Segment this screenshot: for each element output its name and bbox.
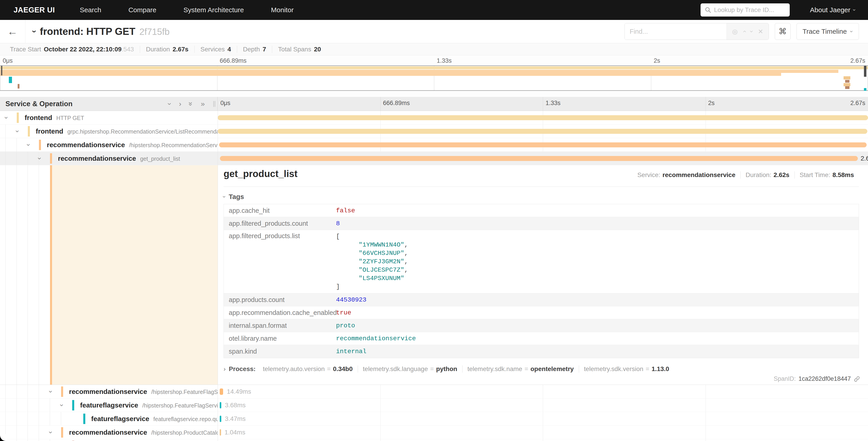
indent-guide — [5, 152, 6, 165]
span-row[interactable]: ›recommendationservice/hipstershop.Featu… — [0, 385, 868, 399]
expand-all-icon[interactable]: » — [201, 99, 205, 108]
clear-find-icon[interactable]: ✕ — [758, 28, 763, 35]
summary-value: 20 — [314, 46, 321, 53]
find-input[interactable] — [625, 23, 726, 40]
summary-label: Depth — [243, 46, 260, 53]
json-string: "LS4PSXUNUM" — [359, 275, 404, 282]
trace-title: frontend: HTTP GET2f715fb — [40, 26, 170, 37]
expand-one-icon[interactable]: › — [179, 99, 182, 108]
span-row[interactable]: ›recommendationservice/hipstershop.Recom… — [0, 138, 868, 152]
span-timeline-cell[interactable]: 3.47ms — [218, 412, 868, 425]
nav-item-monitor[interactable]: Monitor — [271, 6, 294, 14]
gridline — [543, 97, 543, 111]
expand-chevron-icon[interactable]: › — [58, 404, 66, 406]
window-corner — [0, 434, 7, 441]
indent-guide — [17, 412, 17, 425]
equals-sign: = — [646, 365, 649, 373]
indent-guide — [39, 425, 39, 439]
trace-view-label: Trace Timeline — [803, 28, 847, 35]
span-row[interactable] — [0, 439, 868, 441]
previous-match-icon[interactable]: › — [741, 30, 747, 32]
tick-label: 2.67s — [850, 99, 865, 107]
header-controls: ◎ › › ✕ ⌘ Trace Timeline › — [624, 23, 859, 40]
minimap-span-bar — [781, 70, 838, 73]
indent-guide — [5, 165, 6, 385]
collapse-one-icon[interactable]: › — [166, 102, 174, 105]
keyboard-shortcuts-button[interactable]: ⌘ — [775, 23, 790, 40]
indent-guide — [39, 412, 39, 425]
span-timeline-cell[interactable]: 14.49ms — [218, 385, 868, 398]
detail-stat-value: 8.58ms — [833, 171, 854, 178]
span-timeline-cell[interactable] — [218, 138, 868, 151]
tags-table: app.cache_hitfalseapp.filtered_products.… — [223, 204, 859, 358]
span-timeline-cell[interactable] — [218, 124, 868, 138]
trace-id-search[interactable] — [701, 3, 790, 17]
column-resize-grip[interactable] — [213, 101, 215, 107]
tag-value: false — [336, 207, 355, 214]
json-comma: , — [404, 266, 408, 273]
nav-item-system-architecture[interactable]: System Architecture — [184, 6, 244, 14]
span-duration-tick — [220, 402, 221, 408]
summary-item: Duration2.67s — [140, 46, 194, 53]
span-rows-region: ›frontendHTTP GET›frontendgrpc.hipstersh… — [0, 111, 868, 441]
span-duration-label: 3.47ms — [225, 415, 246, 422]
span-timeline-cell[interactable] — [218, 439, 868, 441]
tags-accordion-header[interactable]: › Tags — [223, 193, 859, 201]
span-row[interactable]: ›featureflagservice/hipstershop.FeatureF… — [0, 399, 868, 412]
tick-label: 0μs — [3, 57, 13, 64]
span-duration-bar — [218, 129, 867, 134]
span-id-row: SpanID: 1ca2262df0e18447 — [774, 375, 860, 382]
span-timeline-cell[interactable]: 1.04ms — [218, 425, 868, 439]
expand-chevron-icon[interactable]: › — [14, 130, 22, 133]
process-accordion-header[interactable]: › Process: telemetry.auto.version=0.34b0… — [223, 364, 859, 374]
tag-key: otel.library.name — [224, 335, 336, 342]
expand-chevron-icon[interactable]: › — [47, 431, 55, 434]
detail-row-tint — [52, 165, 218, 385]
next-match-icon[interactable]: › — [748, 30, 755, 32]
span-timeline-cell[interactable]: 2.62s — [218, 152, 868, 165]
expand-chevron-icon[interactable]: › — [36, 157, 44, 159]
nav-item-compare[interactable]: Compare — [128, 6, 156, 14]
back-button[interactable]: ← — [0, 20, 25, 43]
summary-label: Services — [200, 46, 225, 53]
span-duration-tick — [220, 416, 221, 422]
span-row[interactable]: ›recommendationservice/hipstershop.Produ… — [0, 425, 868, 439]
json-list-item: "2ZYFJ3GM2N", — [336, 257, 408, 266]
span-timeline-cell[interactable]: 3.68ms — [218, 399, 868, 412]
json-comma: , — [404, 250, 408, 257]
expand-chevron-icon[interactable]: › — [25, 144, 33, 146]
service-name: featureflagservice — [80, 401, 138, 409]
about-jaeger-menu[interactable]: About Jaeger › — [810, 6, 855, 14]
expand-collapse-controls: › › » » — [169, 99, 205, 108]
focus-match-icon[interactable]: ◎ — [732, 28, 738, 35]
trace-view-selector[interactable]: Trace Timeline › — [797, 23, 859, 40]
range-handle-left[interactable] — [1, 66, 2, 76]
trace-id-input[interactable] — [714, 6, 786, 13]
span-row[interactable]: featureflagservicefeatureflagservice.rep… — [0, 412, 868, 425]
tick-label: 1.33s — [546, 99, 560, 107]
expand-chevron-icon[interactable]: › — [47, 390, 55, 393]
span-name-cell: ›frontendHTTP GET — [0, 111, 218, 124]
span-row[interactable]: ›frontendHTTP GET — [0, 111, 868, 124]
deep-link-icon[interactable] — [854, 376, 860, 382]
indent-guide — [28, 412, 28, 425]
span-duration-label: 1.04ms — [224, 429, 245, 436]
gridline — [380, 97, 381, 111]
range-handle-right[interactable] — [864, 66, 866, 77]
span-detail-body: get_product_list Service:recommendations… — [218, 165, 868, 385]
app-brand[interactable]: JAEGER UI — [13, 6, 55, 14]
span-timeline-cell[interactable] — [218, 111, 868, 124]
span-row[interactable]: ›recommendationserviceget_product_list2.… — [0, 152, 868, 165]
service-color-bar — [61, 427, 63, 438]
collapse-all-icon[interactable]: » — [187, 102, 195, 106]
expand-chevron-icon[interactable]: › — [3, 117, 10, 119]
collapse-trace-chevron-icon[interactable]: › — [30, 30, 38, 33]
span-name-cell: ›recommendationservice/hipstershop.Produ… — [0, 425, 218, 439]
minimap-span-bar — [845, 80, 849, 83]
tick-label: 666.89ms — [383, 99, 410, 107]
minimap-canvas[interactable] — [0, 65, 868, 91]
nav-item-search[interactable]: Search — [80, 6, 101, 14]
indent-guide — [5, 124, 6, 138]
span-row[interactable]: ›frontendgrpc.hipstershop.Recommendation… — [0, 124, 868, 138]
indent-guide — [5, 138, 6, 151]
